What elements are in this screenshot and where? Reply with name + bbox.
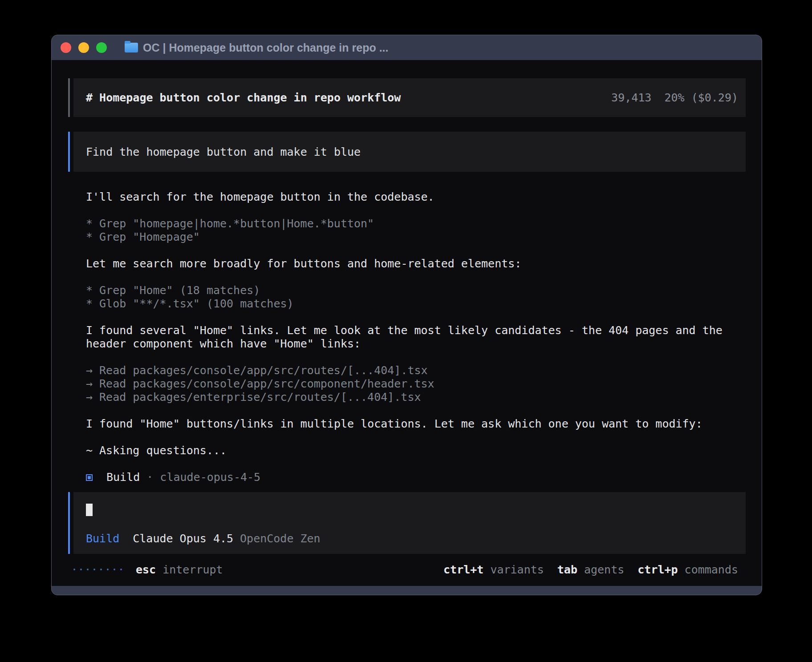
tool-bullet-icon: *: [86, 217, 93, 230]
agent-build-icon-inner: [88, 476, 91, 479]
desktop: OC | Homepage button color change in rep…: [0, 0, 812, 662]
zoom-button[interactable]: [96, 42, 107, 53]
hint-label: interrupt: [162, 563, 223, 576]
spinner-dot: [93, 569, 95, 570]
session-header-panel: # Homepage button color change in repo w…: [73, 78, 746, 117]
spinner-dot: [107, 569, 109, 570]
read-arrow-icon: →: [86, 391, 93, 404]
minimize-button[interactable]: [78, 42, 89, 53]
read-arrow-icon: →: [86, 377, 93, 390]
assistant-text: Let me search more broadly for buttons a…: [86, 257, 723, 270]
activity-status-text: Asking questions...: [99, 444, 227, 457]
tool-call-text: Glob "**/*.tsx" (100 matches): [99, 297, 294, 310]
tool-call[interactable]: →Read packages/enterprise/src/routes/[..…: [86, 391, 746, 404]
text-cursor: [86, 504, 93, 516]
tool-call[interactable]: *Grep "Homepage": [86, 230, 746, 244]
spinner-dot: [87, 569, 89, 570]
agent-mode-label[interactable]: Build: [86, 532, 119, 545]
activity-status: ~Asking questions...: [86, 444, 746, 457]
terminal-content: # Homepage button color change in repo w…: [52, 60, 762, 586]
agent-model: claude-opus-4-5: [160, 471, 260, 484]
traffic-lights: [61, 42, 107, 53]
prompt-area: Build Claude Opus 4.5 OpenCode Zen: [68, 492, 746, 554]
session-title: # Homepage button color change in repo w…: [86, 91, 401, 104]
assistant-text: I found "Home" buttons/links in multiple…: [86, 417, 723, 431]
tool-call[interactable]: →Read packages/console/app/src/routes/[.…: [86, 364, 746, 377]
activity-spinner: [73, 569, 122, 570]
hint-commands: ctrl+pcommands: [637, 563, 738, 576]
context-usage: 20% ($0.29): [664, 91, 738, 104]
hint-key: ctrl+p: [637, 563, 678, 576]
hint-label: commands: [685, 563, 738, 576]
agent-build-icon: [86, 474, 93, 481]
tool-call[interactable]: *Grep "homepage|home.*button|Home.*butto…: [86, 217, 746, 230]
tool-call[interactable]: →Read packages/console/app/src/component…: [86, 377, 746, 391]
tool-call-text: Read packages/console/app/src/component/…: [99, 377, 434, 390]
session-stats: 39,413 20% ($0.29): [611, 91, 738, 104]
window-title: OC | Homepage button color change in rep…: [143, 41, 388, 54]
user-message: Find the homepage button and make it blu…: [68, 132, 746, 172]
tool-call-group: *Grep "Home" (18 matches) *Glob "**/*.ts…: [86, 284, 746, 311]
tool-bullet-icon: *: [86, 284, 93, 297]
model-name-label[interactable]: Claude Opus 4.5: [133, 532, 233, 545]
tool-call-text: Read packages/console/app/src/routes/[..…: [99, 364, 428, 377]
hint-variants: ctrl+tvariants: [443, 563, 544, 576]
token-count: 39,413: [611, 91, 651, 104]
prompt-stripe: [68, 492, 70, 554]
read-arrow-icon: →: [86, 364, 93, 377]
user-message-text: Find the homepage button and make it blu…: [86, 145, 361, 158]
session-header-stripe: [68, 78, 70, 117]
assistant-text: I'll search for the homepage button in t…: [86, 190, 723, 204]
user-message-panel: Find the homepage button and make it blu…: [73, 132, 746, 172]
terminal-window: OC | Homepage button color change in rep…: [51, 35, 762, 595]
tool-call-group: →Read packages/console/app/src/routes/[.…: [86, 364, 746, 404]
prompt-input[interactable]: Build Claude Opus 4.5 OpenCode Zen: [73, 492, 746, 554]
agent-name: Build: [106, 471, 140, 484]
hint-agents: tabagents: [557, 563, 624, 576]
hint-key: esc: [136, 563, 156, 576]
spinner-dot: [120, 569, 122, 570]
hint-key: tab: [557, 563, 577, 576]
tilde-icon: ~: [86, 444, 93, 457]
tool-call-text: Grep "Home" (18 matches): [99, 284, 260, 297]
spinner-dot: [73, 569, 75, 570]
status-bar: escinterrupt ctrl+tvariants tabagents ct…: [68, 563, 746, 576]
assistant-text: I found several "Home" links. Let me loo…: [86, 324, 723, 351]
tool-call-text: Read packages/enterprise/src/routes/[...…: [99, 391, 421, 404]
badge-separator: ·: [146, 471, 153, 484]
agent-badge: Build · claude-opus-4-5: [86, 471, 746, 484]
spinner-dot: [80, 569, 82, 570]
tool-call-text: Grep "Homepage": [99, 230, 200, 243]
folder-icon: [125, 43, 138, 52]
spinner-dot: [100, 569, 102, 570]
user-message-stripe: [68, 132, 70, 172]
hint-interrupt: escinterrupt: [136, 563, 223, 576]
close-button[interactable]: [61, 42, 71, 53]
provider-label: OpenCode Zen: [240, 532, 321, 545]
hint-label: agents: [584, 563, 624, 576]
window-titlebar[interactable]: OC | Homepage button color change in rep…: [52, 35, 762, 60]
tool-call[interactable]: *Grep "Home" (18 matches): [86, 284, 746, 297]
hint-key: ctrl+t: [443, 563, 483, 576]
hint-label: variants: [490, 563, 544, 576]
tool-call[interactable]: *Glob "**/*.tsx" (100 matches): [86, 297, 746, 311]
tool-bullet-icon: *: [86, 297, 93, 310]
prompt-meta: Build Claude Opus 4.5 OpenCode Zen: [86, 532, 733, 545]
tool-call-text: Grep "homepage|home.*button|Home.*button…: [99, 217, 374, 230]
session-header: # Homepage button color change in repo w…: [68, 78, 746, 117]
spinner-dot: [114, 569, 115, 570]
assistant-transcript: I'll search for the homepage button in t…: [68, 190, 746, 484]
tool-bullet-icon: *: [86, 230, 93, 243]
tool-call-group: *Grep "homepage|home.*button|Home.*butto…: [86, 217, 746, 244]
